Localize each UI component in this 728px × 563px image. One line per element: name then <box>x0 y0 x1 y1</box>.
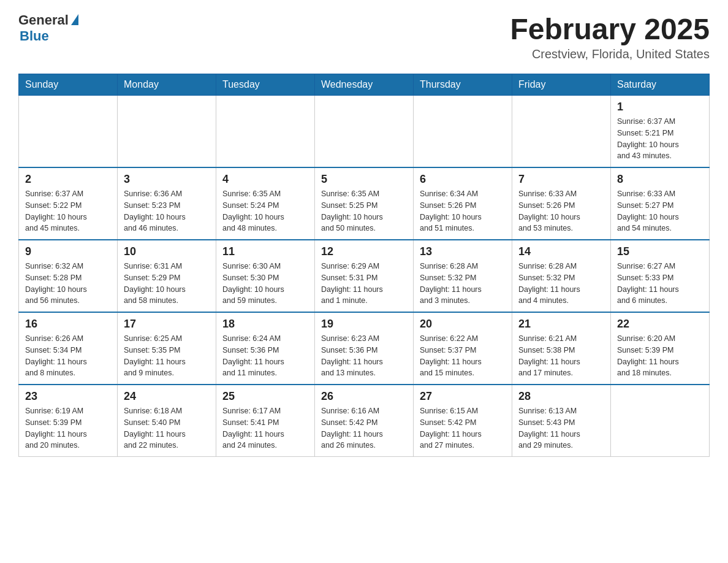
day-number: 11 <box>222 245 308 258</box>
day-info: Sunrise: 6:37 AM Sunset: 5:21 PM Dayligh… <box>617 116 703 162</box>
day-info: Sunrise: 6:34 AM Sunset: 5:26 PM Dayligh… <box>420 188 506 234</box>
day-info: Sunrise: 6:37 AM Sunset: 5:22 PM Dayligh… <box>25 188 111 234</box>
weekday-header-row: SundayMondayTuesdayWednesdayThursdayFrid… <box>19 74 710 96</box>
calendar-cell: 26Sunrise: 6:16 AM Sunset: 5:42 PM Dayli… <box>315 385 414 457</box>
day-number: 21 <box>518 318 604 331</box>
calendar-cell: 6Sunrise: 6:34 AM Sunset: 5:26 PM Daylig… <box>414 167 512 240</box>
day-number: 8 <box>617 173 703 186</box>
day-number: 28 <box>518 390 604 403</box>
calendar-cell: 24Sunrise: 6:18 AM Sunset: 5:40 PM Dayli… <box>118 385 216 457</box>
weekday-header: Thursday <box>414 74 512 96</box>
calendar-cell: 2Sunrise: 6:37 AM Sunset: 5:22 PM Daylig… <box>19 167 118 240</box>
calendar-cell: 28Sunrise: 6:13 AM Sunset: 5:43 PM Dayli… <box>512 385 611 457</box>
calendar-cell: 5Sunrise: 6:35 AM Sunset: 5:25 PM Daylig… <box>315 167 414 240</box>
day-number: 14 <box>518 245 604 258</box>
day-number: 25 <box>222 390 308 403</box>
day-info: Sunrise: 6:21 AM Sunset: 5:38 PM Dayligh… <box>518 333 604 379</box>
location: Crestview, Florida, United States <box>510 47 710 61</box>
calendar-cell: 21Sunrise: 6:21 AM Sunset: 5:38 PM Dayli… <box>512 312 611 385</box>
day-info: Sunrise: 6:18 AM Sunset: 5:40 PM Dayligh… <box>124 405 210 451</box>
calendar-cell <box>118 96 216 168</box>
day-info: Sunrise: 6:36 AM Sunset: 5:23 PM Dayligh… <box>124 188 210 234</box>
day-number: 12 <box>321 245 407 258</box>
day-info: Sunrise: 6:19 AM Sunset: 5:39 PM Dayligh… <box>25 405 111 451</box>
day-info: Sunrise: 6:32 AM Sunset: 5:28 PM Dayligh… <box>25 261 111 307</box>
calendar-cell: 23Sunrise: 6:19 AM Sunset: 5:39 PM Dayli… <box>19 385 118 457</box>
calendar-cell: 11Sunrise: 6:30 AM Sunset: 5:30 PM Dayli… <box>216 240 315 312</box>
day-number: 6 <box>420 173 506 186</box>
calendar-row: 16Sunrise: 6:26 AM Sunset: 5:34 PM Dayli… <box>19 312 710 385</box>
calendar-cell: 4Sunrise: 6:35 AM Sunset: 5:24 PM Daylig… <box>216 167 315 240</box>
day-info: Sunrise: 6:30 AM Sunset: 5:30 PM Dayligh… <box>222 261 308 307</box>
day-info: Sunrise: 6:27 AM Sunset: 5:33 PM Dayligh… <box>617 261 703 307</box>
day-number: 22 <box>617 318 703 331</box>
day-info: Sunrise: 6:25 AM Sunset: 5:35 PM Dayligh… <box>124 333 210 379</box>
day-info: Sunrise: 6:28 AM Sunset: 5:32 PM Dayligh… <box>420 261 506 307</box>
day-number: 9 <box>25 245 111 258</box>
calendar-cell: 18Sunrise: 6:24 AM Sunset: 5:36 PM Dayli… <box>216 312 315 385</box>
calendar-cell: 17Sunrise: 6:25 AM Sunset: 5:35 PM Dayli… <box>118 312 216 385</box>
day-number: 27 <box>420 390 506 403</box>
calendar-cell: 20Sunrise: 6:22 AM Sunset: 5:37 PM Dayli… <box>414 312 512 385</box>
calendar-row: 9Sunrise: 6:32 AM Sunset: 5:28 PM Daylig… <box>19 240 710 312</box>
day-number: 17 <box>124 318 210 331</box>
day-info: Sunrise: 6:35 AM Sunset: 5:25 PM Dayligh… <box>321 188 407 234</box>
calendar-cell: 25Sunrise: 6:17 AM Sunset: 5:41 PM Dayli… <box>216 385 315 457</box>
month-title: February 2025 <box>510 12 710 46</box>
calendar-table: SundayMondayTuesdayWednesdayThursdayFrid… <box>18 74 710 457</box>
calendar-row: 2Sunrise: 6:37 AM Sunset: 5:22 PM Daylig… <box>19 167 710 240</box>
page-header: General Blue February 2025 Crestview, Fl… <box>18 12 710 61</box>
day-number: 23 <box>25 390 111 403</box>
weekday-header: Friday <box>512 74 611 96</box>
calendar-cell <box>19 96 118 168</box>
day-info: Sunrise: 6:15 AM Sunset: 5:42 PM Dayligh… <box>420 405 506 451</box>
calendar-cell: 3Sunrise: 6:36 AM Sunset: 5:23 PM Daylig… <box>118 167 216 240</box>
day-info: Sunrise: 6:17 AM Sunset: 5:41 PM Dayligh… <box>222 405 308 451</box>
calendar-cell: 12Sunrise: 6:29 AM Sunset: 5:31 PM Dayli… <box>315 240 414 312</box>
day-number: 5 <box>321 173 407 186</box>
calendar-cell <box>315 96 414 168</box>
day-number: 10 <box>124 245 210 258</box>
logo-general-text: General <box>18 12 69 28</box>
day-number: 1 <box>617 101 703 113</box>
day-number: 26 <box>321 390 407 403</box>
day-info: Sunrise: 6:13 AM Sunset: 5:43 PM Dayligh… <box>518 405 604 451</box>
calendar-cell: 15Sunrise: 6:27 AM Sunset: 5:33 PM Dayli… <box>611 240 710 312</box>
day-info: Sunrise: 6:20 AM Sunset: 5:39 PM Dayligh… <box>617 333 703 379</box>
calendar-cell <box>414 96 512 168</box>
day-info: Sunrise: 6:23 AM Sunset: 5:36 PM Dayligh… <box>321 333 407 379</box>
day-info: Sunrise: 6:33 AM Sunset: 5:26 PM Dayligh… <box>518 188 604 234</box>
calendar-cell: 10Sunrise: 6:31 AM Sunset: 5:29 PM Dayli… <box>118 240 216 312</box>
day-number: 16 <box>25 318 111 331</box>
weekday-header: Tuesday <box>216 74 315 96</box>
day-number: 19 <box>321 318 407 331</box>
calendar-cell: 1Sunrise: 6:37 AM Sunset: 5:21 PM Daylig… <box>611 96 710 168</box>
day-number: 7 <box>518 173 604 186</box>
weekday-header: Saturday <box>611 74 710 96</box>
day-number: 4 <box>222 173 308 186</box>
day-number: 18 <box>222 318 308 331</box>
weekday-header: Wednesday <box>315 74 414 96</box>
title-area: February 2025 Crestview, Florida, United… <box>510 12 710 61</box>
day-info: Sunrise: 6:33 AM Sunset: 5:27 PM Dayligh… <box>617 188 703 234</box>
calendar-cell: 7Sunrise: 6:33 AM Sunset: 5:26 PM Daylig… <box>512 167 611 240</box>
day-info: Sunrise: 6:22 AM Sunset: 5:37 PM Dayligh… <box>420 333 506 379</box>
calendar-cell: 19Sunrise: 6:23 AM Sunset: 5:36 PM Dayli… <box>315 312 414 385</box>
day-info: Sunrise: 6:24 AM Sunset: 5:36 PM Dayligh… <box>222 333 308 379</box>
calendar-row: 23Sunrise: 6:19 AM Sunset: 5:39 PM Dayli… <box>19 385 710 457</box>
weekday-header: Monday <box>118 74 216 96</box>
day-number: 24 <box>124 390 210 403</box>
calendar-cell: 13Sunrise: 6:28 AM Sunset: 5:32 PM Dayli… <box>414 240 512 312</box>
weekday-header: Sunday <box>19 74 118 96</box>
day-info: Sunrise: 6:31 AM Sunset: 5:29 PM Dayligh… <box>124 261 210 307</box>
day-number: 15 <box>617 245 703 258</box>
logo-triangle-icon <box>71 14 78 25</box>
calendar-cell: 8Sunrise: 6:33 AM Sunset: 5:27 PM Daylig… <box>611 167 710 240</box>
calendar-row: 1Sunrise: 6:37 AM Sunset: 5:21 PM Daylig… <box>19 96 710 168</box>
calendar-cell <box>611 385 710 457</box>
calendar-cell <box>512 96 611 168</box>
day-number: 3 <box>124 173 210 186</box>
day-info: Sunrise: 6:26 AM Sunset: 5:34 PM Dayligh… <box>25 333 111 379</box>
logo-blue-text: Blue <box>20 28 49 44</box>
day-info: Sunrise: 6:16 AM Sunset: 5:42 PM Dayligh… <box>321 405 407 451</box>
